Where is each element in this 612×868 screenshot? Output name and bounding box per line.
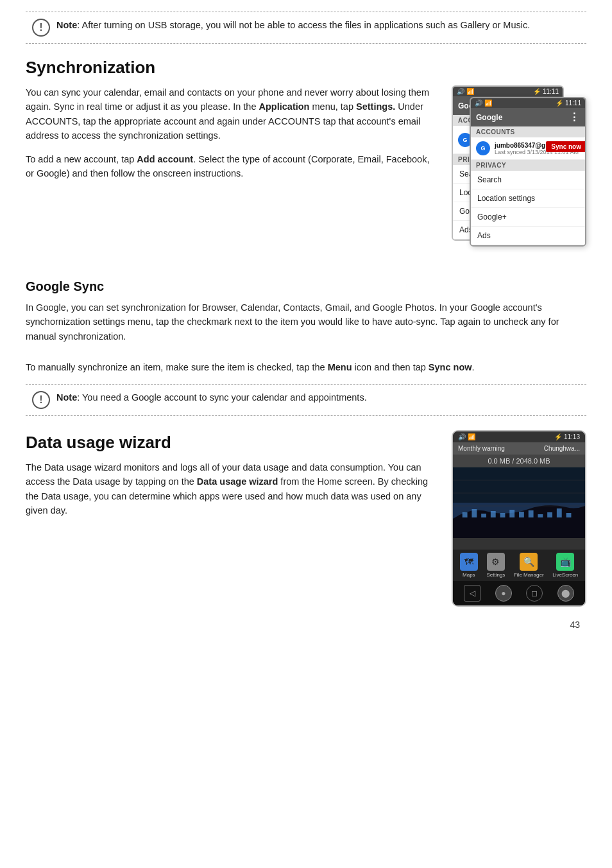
after-sync-para: To manually synchronize an item, make su…: [26, 360, 586, 374]
data-usage-phone: 🔊 📶 ⚡ 11:13 Monthly warning Chunghwa... …: [452, 430, 586, 607]
sync-para-2: To add a new account, tap Add account. S…: [26, 152, 436, 181]
phone-back-status: 🔊 📶 ⚡ 11:11: [453, 87, 563, 96]
sync-text-col: You can sync your calendar, email and co…: [26, 85, 436, 265]
data-phone-apps-row: 🗺 Maps ⚙ Settings 🔍 File Manager 📺 LiveS…: [453, 550, 585, 581]
data-usage-heading: Data usage wizard: [26, 433, 436, 453]
svg-rect-15: [557, 508, 562, 517]
phone-front-status: 🔊 📶 ⚡ 11:11: [471, 98, 585, 108]
data-usage-text-col: Data usage wizard The Data usage wizard …: [26, 430, 436, 607]
svg-rect-11: [519, 512, 524, 517]
sync-section: You can sync your calendar, email and co…: [26, 85, 586, 265]
data-usage-section: Data usage wizard The Data usage wizard …: [26, 430, 586, 607]
note-bold-1: Note: [56, 20, 77, 30]
phone-front: 🔊 📶 ⚡ 11:11 Google ⋮ ACCOUNTS G jumbo865…: [470, 97, 586, 247]
data-phone-data-value: 0.0 MB / 2048.0 MB: [453, 455, 585, 467]
svg-rect-12: [529, 510, 534, 517]
svg-rect-13: [538, 514, 543, 517]
data-phone-app-filemanager: 🔍 File Manager: [514, 553, 544, 578]
svg-rect-16: [566, 513, 572, 517]
svg-rect-5: [463, 512, 468, 517]
data-phone-status: 🔊 📶 ⚡ 11:13: [453, 431, 585, 442]
data-phone-nav-bar: ◁ ● ◻ ⬤: [453, 581, 585, 605]
sync-now-btn[interactable]: Sync now: [546, 141, 586, 152]
phone-front-menu: ACCOUNTS G jumbo865347@gmail.com Last sy…: [471, 126, 585, 245]
svg-rect-7: [481, 514, 486, 517]
note-icon-1: !: [32, 19, 50, 37]
svg-rect-10: [509, 510, 514, 517]
nav-btn-home[interactable]: ●: [495, 585, 512, 602]
data-phone-bottom-bar: [453, 538, 585, 550]
sync-phone-mockup: 🔊 📶 ⚡ 11:11 Google ⋮ ACCOUNTS G jumbo865…: [452, 85, 586, 265]
data-phone-app-livescreen: 📺 LiveScreen: [552, 553, 578, 578]
phone-front-account: G jumbo865347@gmail.com Last synced 3/13…: [471, 137, 585, 160]
google-sync-text-col: Google Sync In Google, you can set synch…: [26, 275, 586, 351]
sync-heading: Synchronization: [26, 58, 586, 78]
svg-rect-14: [547, 512, 552, 517]
note-text-2: Note: You need a Google account to sync …: [56, 391, 367, 405]
note-text-1: Note: After turning on USB storage, you …: [56, 19, 530, 33]
google-sync-heading: Google Sync: [26, 279, 586, 294]
nav-btn-back[interactable]: ◁: [464, 585, 480, 602]
note-box-1: ! Note: After turning on USB storage, yo…: [26, 12, 586, 44]
svg-rect-9: [500, 513, 506, 517]
data-phone-chart: [453, 467, 585, 538]
phone-front-header: Google ⋮: [471, 108, 585, 126]
data-phone-warning: Monthly warning Chunghwa...: [453, 442, 585, 455]
nav-btn-lock[interactable]: ⬤: [557, 585, 574, 602]
google-sync-section: Google Sync In Google, you can set synch…: [26, 275, 586, 351]
data-phone-app-maps: 🗺 Maps: [460, 553, 478, 578]
svg-rect-8: [491, 511, 496, 517]
page-number: 43: [26, 620, 586, 630]
data-phone-app-settings: ⚙ Settings: [486, 553, 505, 578]
note-icon-2: !: [32, 391, 50, 409]
svg-rect-6: [472, 509, 477, 517]
nav-btn-recent[interactable]: ◻: [526, 585, 543, 602]
google-sync-para: In Google, you can set synchronization f…: [26, 300, 586, 343]
sync-para-1: You can sync your calendar, email and co…: [26, 85, 436, 143]
data-usage-para: The Data usage wizard monitors and logs …: [26, 460, 436, 518]
note-box-2: ! Note: You need a Google account to syn…: [26, 384, 586, 416]
